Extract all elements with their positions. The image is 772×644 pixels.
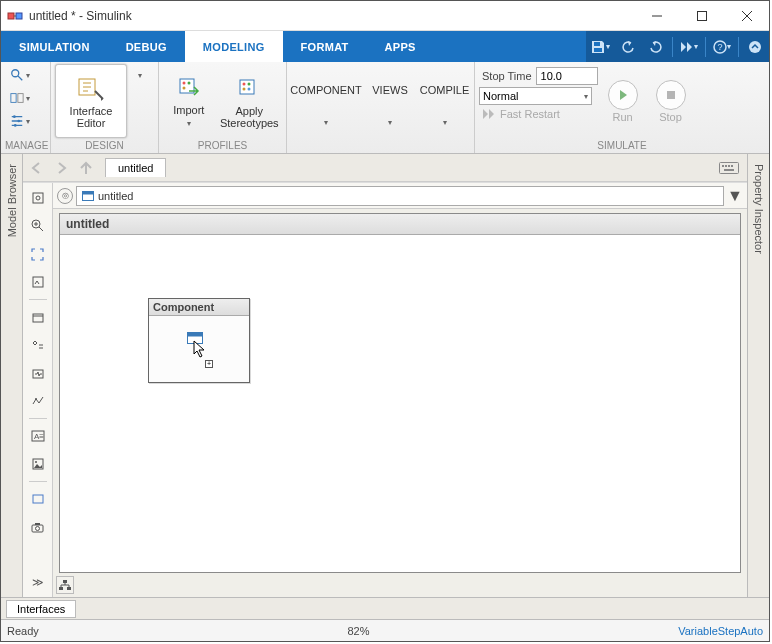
screenshot-icon[interactable] xyxy=(27,516,49,538)
fast-restart-button[interactable]: Fast Restart xyxy=(482,108,598,120)
apply-stereotypes-icon xyxy=(237,73,261,105)
group-label-profiles: PROFILES xyxy=(163,139,282,153)
stop-time-input[interactable] xyxy=(536,67,598,85)
tab-format[interactable]: FORMAT xyxy=(283,31,367,62)
ribbon: ▾ ▾ ▾ MANAGE Interface Editor ▾ xyxy=(1,62,769,154)
sim-mode-select[interactable]: Normal▾ xyxy=(479,87,592,105)
zoom-normal-icon[interactable] xyxy=(27,271,49,293)
address-field[interactable]: untitled xyxy=(76,186,724,206)
sheet-title: untitled xyxy=(60,214,740,235)
status-ready: Ready xyxy=(7,625,39,637)
target-icon[interactable]: ◎ xyxy=(57,188,73,204)
group-label-simulate: SIMULATE xyxy=(479,139,765,153)
compare-button[interactable]: ▾ xyxy=(5,87,35,109)
compile-dropdown[interactable]: ▾ xyxy=(432,112,458,134)
svg-point-37 xyxy=(35,398,37,400)
status-zoom: 82% xyxy=(347,625,369,637)
model-explorer-icon[interactable] xyxy=(27,334,49,356)
svg-rect-10 xyxy=(18,94,23,103)
tab-simulation[interactable]: SIMULATION xyxy=(1,31,108,62)
model-tab[interactable]: untitled xyxy=(105,158,166,177)
property-inspector-rail[interactable]: Property Inspector xyxy=(747,154,769,597)
ribbon-group-profiles: Import▾ Apply Stereotypes PROFILES xyxy=(159,62,287,153)
views-dropdown[interactable]: ▾ xyxy=(377,112,403,134)
group-label-design: DESIGN xyxy=(55,139,154,153)
nav-up-button[interactable] xyxy=(75,157,97,179)
redo-icon[interactable] xyxy=(642,31,670,62)
save-icon[interactable]: ▾ xyxy=(586,31,614,62)
zoom-in-icon[interactable] xyxy=(27,215,49,237)
address-bar: ◎ untitled ▼ xyxy=(53,183,747,209)
compile-dropdown-label: COMPILE xyxy=(420,84,470,96)
svg-rect-35 xyxy=(33,314,43,322)
tab-modeling[interactable]: MODELING xyxy=(185,31,283,62)
hide-browser-icon[interactable] xyxy=(27,187,49,209)
ribbon-tabstrip: SIMULATION DEBUG MODELING FORMAT APPS ▾ … xyxy=(1,31,769,62)
find-button[interactable]: ▾ xyxy=(5,64,35,86)
stop-label: Stop xyxy=(659,111,682,123)
viewmarks-icon[interactable] xyxy=(27,390,49,412)
help-icon[interactable]: ?▾ xyxy=(708,31,736,62)
component-block[interactable]: Component + xyxy=(148,298,250,383)
window-title: untitled * - Simulink xyxy=(29,9,634,23)
interface-editor-label: Interface Editor xyxy=(70,105,113,129)
step-forward-icon[interactable]: ▾ xyxy=(675,31,703,62)
svg-rect-28 xyxy=(728,165,730,167)
svg-rect-31 xyxy=(33,193,43,203)
ribbon-group-component: COMPONENT ▾ xyxy=(287,62,365,153)
simulink-app-icon xyxy=(7,8,23,24)
run-button[interactable]: Run xyxy=(600,64,646,138)
tab-apps[interactable]: APPS xyxy=(367,31,434,62)
tab-debug[interactable]: DEBUG xyxy=(108,31,185,62)
component-dropdown[interactable]: ▾ xyxy=(313,112,339,134)
svg-rect-19 xyxy=(240,80,254,94)
interface-editor-button[interactable]: Interface Editor xyxy=(55,64,127,138)
model-browser-rail[interactable]: Model Browser xyxy=(1,154,23,597)
svg-rect-1 xyxy=(16,13,22,19)
canvas[interactable]: untitled Component + xyxy=(53,209,747,597)
toolbar-more-icon[interactable]: ≫ xyxy=(27,571,49,593)
status-solver[interactable]: VariableStepAuto xyxy=(678,625,763,637)
svg-point-41 xyxy=(35,461,37,463)
stop-icon xyxy=(656,80,686,110)
property-inspector-label: Property Inspector xyxy=(753,164,765,254)
interface-editor-icon xyxy=(77,73,105,105)
annotation-icon[interactable]: A≡ xyxy=(27,425,49,447)
ribbon-group-design: Interface Editor ▾ DESIGN xyxy=(51,62,159,153)
stop-button[interactable]: Stop xyxy=(648,64,694,138)
hierarchy-icon[interactable] xyxy=(56,576,74,594)
area-icon[interactable] xyxy=(27,488,49,510)
fit-view-icon[interactable] xyxy=(27,243,49,265)
keyboard-icon[interactable] xyxy=(719,162,739,174)
nav-back-button[interactable] xyxy=(27,157,49,179)
fast-restart-icon xyxy=(482,108,496,120)
component-dropdown-label: COMPONENT xyxy=(290,84,362,96)
nav-forward-button[interactable] xyxy=(51,157,73,179)
svg-text:A≡: A≡ xyxy=(34,432,44,441)
apply-stereotypes-button[interactable]: Apply Stereotypes xyxy=(217,64,282,138)
svg-rect-30 xyxy=(724,169,734,171)
settings-button[interactable]: ▾ xyxy=(5,110,35,132)
titlebar: untitled * - Simulink xyxy=(1,1,769,31)
mouse-cursor-icon xyxy=(193,340,207,358)
address-dropdown[interactable]: ▼ xyxy=(727,187,743,205)
add-indicator-icon: + xyxy=(205,360,213,368)
nav-row: untitled xyxy=(23,154,747,182)
svg-point-8 xyxy=(12,70,19,77)
image-icon[interactable] xyxy=(27,453,49,475)
library-browser-icon[interactable] xyxy=(27,306,49,328)
design-dropdown[interactable]: ▾ xyxy=(127,64,153,86)
component-title: Component xyxy=(149,299,249,316)
undo-icon[interactable] xyxy=(614,31,642,62)
minimize-ribbon-icon[interactable] xyxy=(741,31,769,62)
svg-point-20 xyxy=(243,83,246,86)
signal-logging-icon[interactable] xyxy=(27,362,49,384)
import-button[interactable]: Import▾ xyxy=(163,64,215,138)
minimize-button[interactable] xyxy=(634,1,679,30)
svg-rect-27 xyxy=(725,165,727,167)
maximize-button[interactable] xyxy=(679,1,724,30)
close-button[interactable] xyxy=(724,1,769,30)
import-icon xyxy=(177,72,201,104)
svg-point-12 xyxy=(17,120,20,123)
interfaces-tab[interactable]: Interfaces xyxy=(6,600,76,618)
